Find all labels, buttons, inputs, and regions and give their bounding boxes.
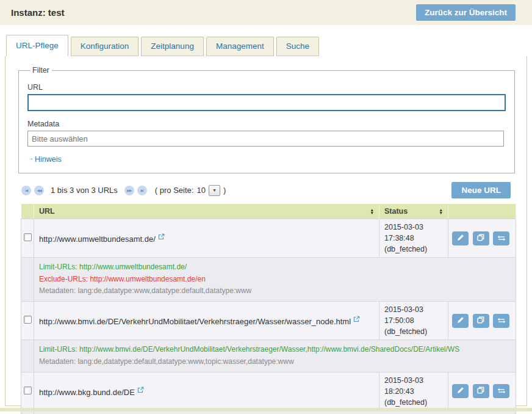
status-state: (db_fetched)	[384, 397, 443, 408]
tab-konfiguration[interactable]: Konfiguration	[71, 37, 139, 56]
new-url-button[interactable]: Neue URL	[451, 182, 511, 198]
status-date: 2015-03-03 17:38:48	[384, 222, 443, 244]
footer-divider	[0, 408, 532, 412]
row-url: http://www.bkg.bund.de/DE	[39, 388, 135, 397]
swap-url-button[interactable]	[493, 231, 509, 245]
copy-icon	[477, 387, 484, 396]
external-link-icon[interactable]	[137, 386, 144, 395]
url-filter-label: URL	[27, 83, 506, 92]
exclude-urls-value: http://www.umweltbundesamt.de/en	[90, 275, 205, 283]
copy-button[interactable]	[473, 231, 489, 245]
hint-link[interactable]: →Hinweis	[27, 154, 62, 164]
tab-suche[interactable]: Suche	[276, 37, 319, 56]
table-row: http://www.bmvi.de/DE/VerkehrUndMobilita…	[21, 301, 516, 340]
url-table: URL▲▼ Status▲▼ http://www.umweltbundesam…	[21, 204, 516, 414]
row-select-checkbox[interactable]	[24, 233, 32, 241]
select-column-header	[21, 204, 34, 219]
metadata-label: Metadaten:	[39, 357, 76, 366]
pencil-icon	[457, 234, 464, 243]
swap-url-button[interactable]	[493, 384, 509, 398]
copy-icon	[477, 234, 484, 243]
filter-legend: Filter	[30, 66, 52, 74]
actions-column-header	[448, 204, 516, 219]
sort-icon[interactable]: ▲▼	[370, 208, 374, 214]
double-arrow-icon	[497, 316, 506, 325]
tab-url-pflege[interactable]: URL-Pflege	[6, 35, 68, 56]
pagination-bar: |◀ ◀◀ 1 bis 3 von 3 URLs ▶▶ ▶| ( pro Sei…	[21, 182, 511, 198]
per-page-dropdown[interactable]: ▼	[209, 185, 220, 196]
sort-icon[interactable]: ▲▼	[439, 208, 443, 214]
url-column-label: URL	[39, 207, 55, 216]
page-title: Instanz: test	[11, 7, 65, 18]
status-column-label: Status	[384, 207, 408, 216]
tab-management[interactable]: Management	[206, 37, 274, 56]
copy-icon	[477, 316, 484, 325]
chevron-down-icon: ▼	[212, 188, 217, 192]
content-panel: Filter URL Metadata →Hinweis |◀ ◀◀ 1 bis…	[5, 56, 527, 406]
limit-urls-label: Limit-URLs:	[39, 263, 77, 271]
metadata-filter-label: Metadata	[27, 120, 506, 128]
prev-page-icon[interactable]: ◀◀	[34, 186, 44, 195]
table-detail-row: Limit-URLs: http://www.umweltbundesamt.d…	[21, 258, 516, 302]
status-column-header[interactable]: Status▲▼	[379, 204, 448, 219]
table-detail-row: Limit-URLs: http://www.bmvi.de/DE/Verkeh…	[21, 340, 516, 372]
pencil-icon	[457, 387, 464, 396]
first-page-icon[interactable]: |◀	[21, 186, 31, 195]
url-column-header[interactable]: URL▲▼	[34, 204, 379, 219]
filter-fieldset: Filter URL Metadata →Hinweis	[18, 66, 515, 173]
url-filter-input[interactable]	[27, 94, 506, 111]
metadata-label: Metadaten:	[39, 286, 76, 295]
status-state: (db_fetched)	[384, 326, 443, 337]
metadata-value: lang:de,datatype:www,datatype:default,da…	[77, 286, 251, 295]
exclude-urls-label: Exclude-URLs:	[39, 275, 88, 283]
status-date: 2015-03-03 17:50:08	[384, 304, 443, 326]
row-url: http://www.bmvi.de/DE/VerkehrUndMobilita…	[39, 317, 351, 326]
row-select-checkbox[interactable]	[24, 316, 32, 324]
row-select-checkbox[interactable]	[24, 387, 32, 394]
tab-zeitplanung[interactable]: Zeitplanung	[141, 37, 204, 56]
per-page-prefix: ( pro Seite:	[155, 186, 194, 195]
header-bar: Instanz: test Zurück zur Übersicht	[0, 0, 532, 25]
copy-button[interactable]	[473, 314, 489, 328]
table-row: http://www.umweltbundesamt.de/ 2015-03-0…	[21, 219, 516, 258]
table-header-row: URL▲▼ Status▲▼	[21, 204, 516, 219]
per-page-suffix: )	[223, 186, 226, 195]
edit-button[interactable]	[452, 231, 469, 245]
per-page-control: ( pro Seite: 10 ▼ )	[155, 185, 226, 196]
external-link-icon[interactable]	[158, 233, 165, 242]
last-page-icon[interactable]: ▶|	[137, 186, 147, 195]
table-row: http://www.bkg.bund.de/DE 2015-03-03 18:…	[21, 372, 516, 410]
hint-link-label: Hinweis	[35, 155, 62, 164]
arrow-right-icon: →	[27, 154, 34, 161]
edit-button[interactable]	[452, 384, 469, 398]
next-page-icon[interactable]: ▶▶	[124, 186, 134, 195]
double-arrow-icon	[497, 387, 506, 396]
swap-url-button[interactable]	[493, 314, 509, 328]
row-url: http://www.umweltbundesamt.de/	[39, 234, 156, 244]
pagination-range-text: 1 bis 3 von 3 URLs	[51, 186, 118, 195]
external-link-icon[interactable]	[353, 315, 360, 324]
metadata-value: lang:de,datatype:default,datatype:www,to…	[77, 357, 293, 366]
metadata-filter-input[interactable]	[27, 131, 504, 147]
status-date: 2015-03-03 18:20:43	[384, 375, 443, 397]
double-arrow-icon	[497, 234, 506, 243]
limit-urls-value: http://www.umweltbundesamt.de/	[79, 263, 187, 271]
pencil-icon	[457, 316, 464, 325]
tab-bar: URL-Pflege Konfiguration Zeitplanung Man…	[0, 25, 532, 56]
edit-button[interactable]	[452, 314, 469, 328]
limit-urls-value: http://www.bmvi.de/DE/VerkehrUndMobilita…	[79, 345, 459, 354]
status-state: (db_fetched)	[384, 244, 443, 255]
page: Instanz: test Zurück zur Übersicht URL-P…	[0, 0, 532, 414]
back-to-overview-button[interactable]: Zurück zur Übersicht	[416, 4, 516, 21]
copy-button[interactable]	[473, 384, 489, 398]
per-page-value: 10	[196, 186, 205, 195]
limit-urls-label: Limit-URLs:	[39, 345, 77, 354]
